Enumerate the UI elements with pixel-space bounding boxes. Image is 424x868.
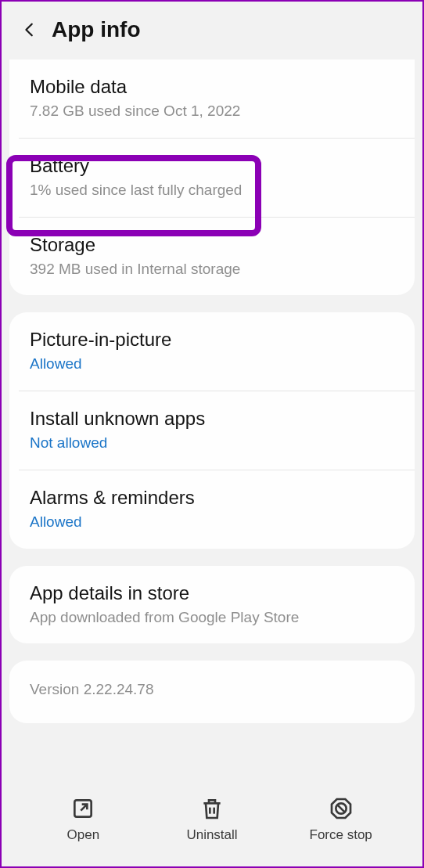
item-status: Allowed — [30, 355, 394, 373]
alarms-item[interactable]: Alarms & reminders Allowed — [9, 470, 415, 549]
version-group: Version 2.22.24.78 — [9, 661, 415, 723]
stop-icon — [329, 796, 354, 821]
force-stop-button[interactable]: Force stop — [276, 796, 405, 843]
battery-item[interactable]: Battery 1% used since last fully charged — [9, 139, 415, 217]
header: App info — [2, 2, 422, 59]
item-subtitle: 392 MB used in Internal storage — [30, 260, 394, 279]
install-unknown-item[interactable]: Install unknown apps Not allowed — [9, 391, 415, 470]
pip-item[interactable]: Picture-in-picture Allowed — [9, 312, 415, 391]
open-button[interactable]: Open — [19, 796, 148, 843]
bottom-action-bar: Open Uninstall Force stop — [2, 773, 422, 866]
usage-group: Mobile data 7.82 GB used since Oct 1, 20… — [9, 59, 415, 295]
store-group: App details in store App downloaded from… — [9, 566, 415, 644]
svg-line-5 — [337, 805, 344, 812]
uninstall-label: Uninstall — [186, 827, 237, 843]
item-title: Picture-in-picture — [30, 328, 394, 351]
chevron-left-icon — [21, 21, 38, 38]
mobile-data-item[interactable]: Mobile data 7.82 GB used since Oct 1, 20… — [9, 59, 415, 138]
app-details-item[interactable]: App details in store App downloaded from… — [9, 566, 415, 644]
item-title: Battery — [30, 154, 394, 178]
back-button[interactable] — [19, 19, 41, 41]
page-title: App info — [52, 17, 141, 42]
open-label: Open — [67, 827, 100, 843]
uninstall-button[interactable]: Uninstall — [148, 796, 277, 843]
item-title: Alarms & reminders — [30, 486, 394, 510]
version-text: Version 2.22.24.78 — [9, 661, 415, 723]
permissions-group: Picture-in-picture Allowed Install unkno… — [9, 312, 415, 548]
item-subtitle: App downloaded from Google Play Store — [30, 608, 394, 627]
open-icon — [70, 796, 95, 821]
force-stop-label: Force stop — [310, 827, 372, 843]
item-title: Install unknown apps — [30, 407, 394, 430]
item-title: Storage — [30, 233, 394, 257]
item-subtitle: 7.82 GB used since Oct 1, 2022 — [30, 102, 394, 121]
storage-item[interactable]: Storage 392 MB used in Internal storage — [9, 218, 415, 296]
item-status: Allowed — [30, 513, 394, 531]
item-title: Mobile data — [30, 75, 394, 99]
item-subtitle: 1% used since last fully charged — [30, 181, 394, 200]
item-title: App details in store — [30, 582, 394, 605]
trash-icon — [199, 796, 225, 821]
item-status: Not allowed — [30, 434, 394, 452]
